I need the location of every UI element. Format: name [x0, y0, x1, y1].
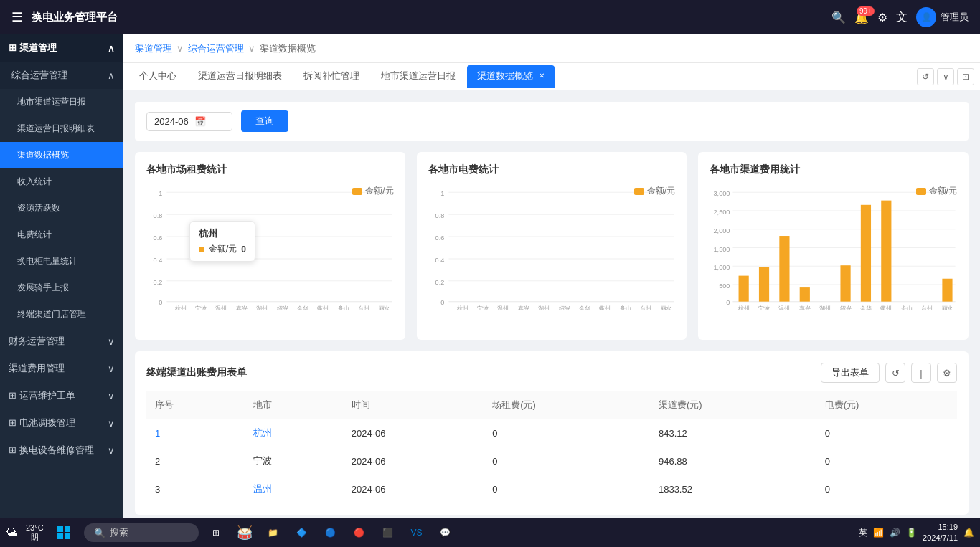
taskbar-lang[interactable]: 英: [859, 527, 867, 539]
svg-text:丽水: 丽水: [379, 305, 390, 310]
svg-text:舟山: 舟山: [901, 305, 913, 310]
weather-widget: 🌤: [6, 526, 17, 539]
svg-text:嘉兴: 嘉兴: [799, 305, 811, 310]
svg-text:0.6: 0.6: [435, 234, 444, 242]
sidebar-item-channel-daily-detail[interactable]: 渠道运营日报明细表: [0, 115, 123, 142]
sidebar-item-channel-mgmt[interactable]: ⊞ 渠道管理 ∧: [0, 34, 123, 62]
taskbar-folder-icon[interactable]: 📁: [262, 521, 285, 544]
table-header-row: 序号 地市 时间 场租费(元) 渠道费(元) 电费(元): [146, 391, 957, 419]
table-column-icon[interactable]: |: [911, 363, 931, 383]
tab-channel-daily-detail[interactable]: 渠道运营日报明细表: [188, 65, 292, 88]
notification-icon[interactable]: 🔔: [963, 528, 974, 538]
svg-rect-96: [65, 533, 70, 539]
bell-icon[interactable]: 🔔 99+: [854, 11, 869, 24]
lang-icon[interactable]: 文: [896, 10, 908, 25]
sidebar-item-device-repair[interactable]: ⊞ 换电设备维修管理 ∨: [0, 437, 123, 464]
current-time: 15:19: [923, 522, 958, 533]
sidebar-item-resource-active[interactable]: 资源活跃数: [0, 195, 123, 222]
sidebar-item-finance-ops[interactable]: 财务运营管理 ∨: [0, 328, 123, 355]
table-actions: 导出表单 ↺ | ⚙: [821, 363, 957, 383]
taskbar-app2-icon[interactable]: 🔵: [319, 521, 342, 544]
weather-icon: 🌤: [6, 526, 17, 539]
cell-electric: 0: [816, 475, 957, 503]
sidebar-item-battery-dispatch[interactable]: ⊞ 电池调拨管理 ∨: [0, 409, 123, 437]
city-link[interactable]: 温州: [253, 483, 272, 494]
sidebar-item-rider-report[interactable]: 发展骑手上报: [0, 275, 123, 301]
taskbar-task-view[interactable]: ⊞: [204, 521, 227, 544]
date-input[interactable]: 2024-06 📅: [146, 112, 232, 131]
chart2-legend: 金额/元: [634, 185, 675, 197]
tab-refresh-btn[interactable]: ↺: [917, 68, 934, 85]
cell-rent: 0: [484, 475, 650, 503]
svg-text:金华: 金华: [579, 305, 590, 310]
volume-icon: 🔊: [890, 528, 900, 538]
chart-card-2: 各地市电费统计 金额/元 1 0.8 0.6 0.4 0.2 0: [417, 152, 687, 340]
start-button[interactable]: [52, 521, 75, 544]
chart1-tooltip-title: 杭州: [199, 227, 246, 240]
sidebar-item-terminal-store[interactable]: 终端渠道门店管理: [0, 301, 123, 328]
calendar-icon: 📅: [194, 116, 206, 127]
nav-bar: 渠道管理 ∨ 综合运营管理 ∨ 渠道数据概览: [123, 34, 980, 63]
taskbar-drum-icon[interactable]: 🥁: [233, 521, 256, 544]
tab-personal-center[interactable]: 个人中心: [129, 65, 187, 88]
sidebar-item-electricity-stats[interactable]: 电费统计: [0, 222, 123, 248]
chart3-svg: 3,000 2,500 2,000 1,500 1,000 500 0: [710, 185, 957, 310]
svg-text:温州: 温州: [215, 305, 227, 310]
sidebar: ⊞ 渠道管理 ∧ 综合运营管理 ∧ 地市渠道运营日报 渠道运营日报明细表 渠道数…: [0, 34, 123, 518]
table-settings-icon[interactable]: ⚙: [937, 363, 957, 383]
notification-badge: 99+: [857, 6, 875, 16]
export-button[interactable]: 导出表单: [821, 363, 880, 383]
breadcrumb-1[interactable]: 渠道管理: [135, 42, 172, 55]
svg-text:0.6: 0.6: [154, 234, 163, 242]
city-link[interactable]: 杭州: [253, 427, 272, 438]
col-header-rent: 场租费(元): [484, 391, 650, 419]
sidebar-item-channel-cost-mgmt[interactable]: 渠道费用管理 ∨: [0, 355, 123, 382]
table-refresh-icon[interactable]: ↺: [885, 363, 905, 383]
sidebar-item-ops-maintenance[interactable]: ⊞ 运营维护工单 ∨: [0, 382, 123, 409]
top-header: ☰ 换电业务管理平台 🔍 🔔 99+ ⚙ 文 👤 管理员: [0, 0, 980, 34]
svg-text:1: 1: [159, 190, 162, 197]
tab-idle-busy-mgmt[interactable]: 拆阅补忙管理: [293, 65, 369, 88]
taskbar-left: 🌤 23°C 阴: [6, 523, 44, 543]
breadcrumb-2[interactable]: 综合运营管理: [188, 42, 244, 55]
taskbar-chat-icon[interactable]: 💬: [434, 521, 457, 544]
menu-toggle-icon[interactable]: ☰: [11, 9, 23, 25]
taskbar-chrome-icon[interactable]: 🔴: [348, 521, 371, 544]
tab-bar: 个人中心 渠道运营日报明细表 拆阅补忙管理 地市渠道运营日报 渠道数据概览 ✕ …: [123, 63, 980, 90]
tab-dropdown-btn[interactable]: ∨: [937, 68, 954, 85]
settings-icon[interactable]: ⚙: [877, 11, 887, 24]
tab-city-channel-daily[interactable]: 地市渠道运营日报: [371, 65, 466, 88]
svg-rect-74: [800, 287, 810, 302]
svg-text:0.4: 0.4: [435, 257, 444, 264]
tab-channel-data-overview[interactable]: 渠道数据概览 ✕: [467, 65, 555, 88]
svg-text:0.2: 0.2: [435, 279, 444, 286]
charts-row: 各地市场租费统计 金额/元 1 0.8 0.6 0.4 0.2: [135, 152, 969, 340]
tab-close-icon[interactable]: ✕: [539, 72, 545, 80]
svg-text:湖州: 湖州: [256, 305, 268, 310]
cell-rent: 0: [484, 447, 650, 475]
query-button[interactable]: 查询: [241, 110, 288, 132]
sidebar-item-cabinet-electricity[interactable]: 换电柜电量统计: [0, 248, 123, 275]
sidebar-item-city-channel-daily[interactable]: 地市渠道运营日报: [0, 89, 123, 115]
search-icon[interactable]: 🔍: [831, 11, 846, 24]
sidebar-item-channel-data-overview[interactable]: 渠道数据概览: [0, 142, 123, 168]
chart1-tooltip-value: 0: [241, 244, 246, 255]
chart3-legend-label: 金额/元: [929, 185, 957, 197]
sidebar-item-comprehensive-ops[interactable]: 综合运营管理 ∧: [0, 62, 123, 89]
chart1-legend-label: 金额/元: [365, 185, 393, 197]
svg-rect-95: [57, 533, 63, 539]
taskbar-app1-icon[interactable]: 🔷: [291, 521, 314, 544]
svg-text:1,000: 1,000: [714, 264, 730, 271]
svg-text:舟山: 舟山: [619, 305, 631, 310]
chart1-legend-color: [352, 188, 362, 195]
user-info[interactable]: 👤 管理员: [916, 7, 969, 27]
svg-text:台州: 台州: [921, 305, 933, 310]
svg-rect-71: [739, 276, 749, 302]
tab-fullscreen-btn[interactable]: ⊡: [957, 68, 974, 85]
taskbar-vs-icon[interactable]: VS: [405, 521, 428, 544]
taskbar-search[interactable]: 🔍 搜索: [84, 523, 199, 542]
svg-text:绍兴: 绍兴: [277, 305, 288, 310]
breadcrumb-3: 渠道数据概览: [260, 42, 316, 55]
sidebar-item-revenue-stats[interactable]: 收入统计: [0, 168, 123, 195]
taskbar-terminal-icon[interactable]: ⬛: [377, 521, 400, 544]
